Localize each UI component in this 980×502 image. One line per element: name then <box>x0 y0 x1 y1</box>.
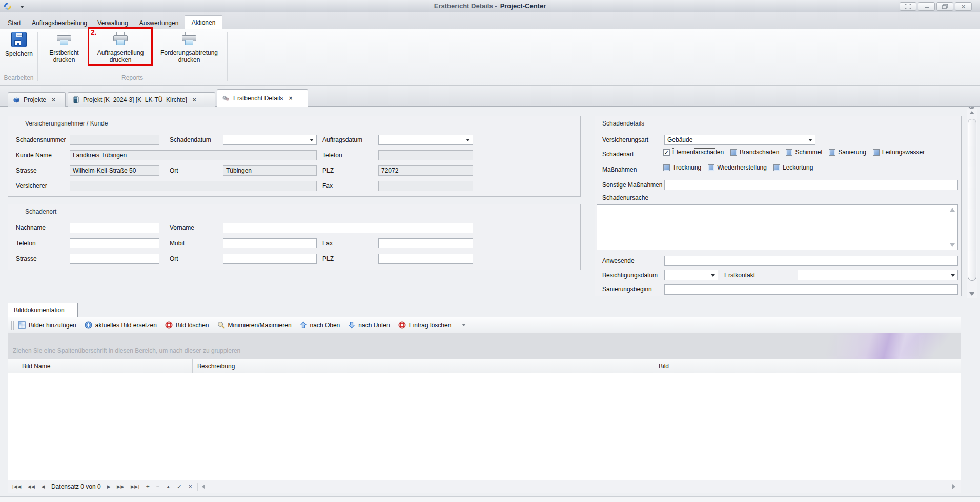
nav-next-page-button[interactable]: ▶▶ <box>117 484 125 489</box>
erstkontakt-combo[interactable] <box>798 270 958 280</box>
toolbar-overflow-dropdown[interactable] <box>459 319 469 331</box>
scrollbar-thumb[interactable] <box>968 119 976 281</box>
sanierungsbeginn-label: Sanierungsbeginn <box>602 286 652 293</box>
tab-bilddokumentation[interactable]: Bilddokumentation <box>8 303 78 317</box>
nach-oben-button[interactable]: nach Oben <box>296 319 344 332</box>
minimize-button[interactable] <box>918 2 935 11</box>
ribbon-tab-start[interactable]: Start <box>3 16 26 29</box>
sonstige-massnahmen-field[interactable] <box>664 180 958 190</box>
doc-tab-projekt[interactable]: Projekt [K_2024-3] [K_LK-TÜ_Kirchte] × <box>68 92 215 107</box>
nav-cancel-button[interactable]: × <box>189 483 193 490</box>
close-icon: × <box>962 3 966 10</box>
checkbox-unchecked-icon <box>829 149 835 156</box>
nav-edit-button[interactable]: ▲ <box>166 484 171 489</box>
telefon-field[interactable] <box>378 150 473 160</box>
bild-loeschen-button[interactable]: Bild löschen <box>161 319 213 332</box>
window-title: Erstbericht Details -Project-Center <box>0 2 980 10</box>
aktuelles-bild-ersetzen-button[interactable]: aktuelles Bild ersetzen <box>80 319 161 332</box>
nav-next-button[interactable]: ▶ <box>107 484 111 489</box>
speichern-button[interactable]: Speichern <box>3 32 35 57</box>
nachname-label: Nachname <box>16 224 46 232</box>
checkbox-sanierung[interactable]: Sanierung <box>829 149 866 156</box>
kunde-name-field[interactable]: Landkreis Tübingen <box>70 150 317 160</box>
vorname-field[interactable] <box>223 223 473 233</box>
ort-field[interactable]: Tübingen <box>223 165 317 176</box>
auftragsdatum-combo[interactable] <box>378 135 473 145</box>
telefon-field[interactable] <box>70 238 159 248</box>
schadendatum-combo[interactable] <box>223 135 317 145</box>
column-header-bild-name[interactable]: Bild Name <box>17 359 193 373</box>
column-header-bild[interactable]: Bild <box>654 359 961 373</box>
page-vertical-scrollbar[interactable] <box>967 109 977 298</box>
nav-append-button[interactable]: + <box>146 483 150 490</box>
scroll-up-icon[interactable] <box>969 111 974 114</box>
dropdown-arrow-icon[interactable] <box>808 139 812 141</box>
project-book-icon <box>73 96 79 103</box>
hscroll-right-icon[interactable] <box>952 484 955 489</box>
nav-first-button[interactable]: |◀◀ <box>12 484 22 489</box>
plz-field[interactable] <box>378 254 473 264</box>
eintrag-loeschen-button[interactable]: Eintrag löschen <box>394 319 456 332</box>
nav-prev-page-button[interactable]: ◀◀ <box>28 484 35 489</box>
column-header-beschreibung[interactable]: Beschreibung <box>193 359 654 373</box>
dropdown-arrow-icon[interactable] <box>310 139 314 141</box>
forderungsabtretung-drucken-button[interactable]: Forderungsabtretung drucken <box>154 32 224 64</box>
versicherungsart-combo[interactable]: Gebäude <box>664 135 815 145</box>
fax-field[interactable] <box>378 181 473 191</box>
schadenursache-textarea[interactable] <box>597 204 958 250</box>
close-button[interactable]: × <box>955 2 972 11</box>
groupbox-title: Schadenort <box>25 208 56 215</box>
bilder-hinzufuegen-button[interactable]: Bilder hinzufügen <box>14 319 80 332</box>
status-strip <box>0 497 980 502</box>
doc-tab-erstbericht-details[interactable]: Erstbericht Details × <box>217 89 308 107</box>
tab-close-icon[interactable]: × <box>289 95 292 102</box>
strasse-field[interactable] <box>70 254 159 264</box>
checkbox-trocknung[interactable]: Trocknung <box>663 164 701 171</box>
plz-field[interactable]: 72072 <box>378 165 473 176</box>
scroll-down-icon[interactable] <box>950 243 955 247</box>
fax-field[interactable] <box>378 238 473 248</box>
ribbon-tab-aktionen[interactable]: Aktionen <box>185 15 222 29</box>
besichtigungsdatum-combo[interactable] <box>664 270 718 280</box>
versicherer-field[interactable] <box>70 181 317 191</box>
doc-tab-projekte[interactable]: Projekte × <box>8 92 66 107</box>
tab-close-icon[interactable]: × <box>52 96 55 103</box>
erstbericht-drucken-button[interactable]: Erstbericht drucken <box>41 32 87 64</box>
anwesende-field[interactable] <box>664 256 958 266</box>
nav-delete-button[interactable]: − <box>156 483 160 490</box>
sanierungsbeginn-field[interactable] <box>664 284 958 295</box>
ort-label: Ort <box>170 167 178 174</box>
grid-body-empty[interactable] <box>8 373 961 480</box>
checkbox-brandschaden[interactable]: Brandschaden <box>730 149 779 156</box>
group-by-panel[interactable]: Ziehen Sie eine Spaltenüberschrift in di… <box>8 333 961 359</box>
tab-close-icon[interactable]: × <box>193 96 196 103</box>
nach-unten-button[interactable]: nach Unten <box>344 319 394 332</box>
scroll-up-icon[interactable] <box>950 208 955 212</box>
mobil-field[interactable] <box>223 238 317 248</box>
restore-button[interactable] <box>936 2 953 11</box>
projects-box-icon <box>13 96 20 103</box>
scroll-down-icon[interactable] <box>969 292 974 296</box>
strasse-field[interactable]: Wilhelm-Keil-Straße 50 <box>70 165 159 176</box>
fullscreen-button[interactable] <box>900 2 916 11</box>
checkbox-wiederherstellung[interactable]: Wiederherstellung <box>708 164 767 171</box>
checkbox-schimmel[interactable]: Schimmel <box>786 149 822 156</box>
schadensnummer-field[interactable] <box>70 135 159 145</box>
ribbon-tab-auftragsbearbeitung[interactable]: Auftragsbearbeitung <box>29 16 90 29</box>
dropdown-arrow-icon[interactable] <box>951 274 955 277</box>
checkbox-leitungswasser[interactable]: Leitungswasser <box>873 149 925 156</box>
dropdown-arrow-icon[interactable] <box>466 139 470 141</box>
hscroll-left-icon[interactable] <box>202 484 205 489</box>
checkbox-elementarschaden[interactable]: ✓Elementarschaden <box>663 149 724 156</box>
telefon-label: Telefon <box>16 240 36 247</box>
auftragsdatum-label: Auftragsdatum <box>322 136 362 143</box>
dropdown-arrow-icon[interactable] <box>711 274 715 277</box>
ort-field[interactable] <box>223 254 317 264</box>
checkbox-leckortung[interactable]: Leckortung <box>773 164 813 171</box>
nachname-field[interactable] <box>70 223 159 233</box>
nav-last-button[interactable]: ▶▶| <box>131 484 140 489</box>
replace-image-icon <box>85 321 92 329</box>
minimieren-maximieren-button[interactable]: Minimieren/Maximieren <box>213 319 296 332</box>
nav-post-button[interactable]: ✓ <box>177 483 182 490</box>
nav-prev-button[interactable]: ◀ <box>42 484 45 489</box>
